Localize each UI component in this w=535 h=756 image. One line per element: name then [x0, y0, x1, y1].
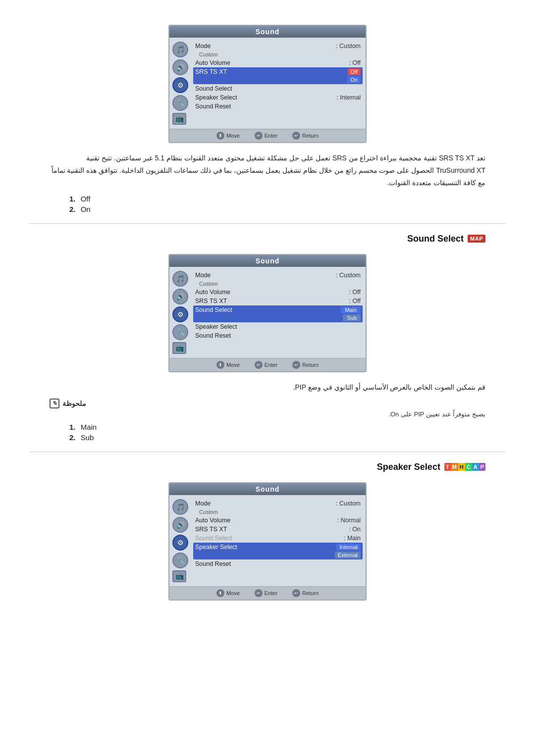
sound-opt1-label: Main — [81, 423, 97, 431]
srs2-value: : Off — [349, 298, 361, 304]
tv-menu-1-sidebar: 🎵 🔊 ⚙ 🔧 📺 — [172, 42, 188, 125]
menu-row-srs: SRS TS XT Off On — [193, 67, 363, 84]
footer-move-1: ⬆ Move — [216, 132, 240, 140]
sidebar-icon-3: ⚙ — [172, 77, 188, 93]
autovolume2-value: : Off — [349, 289, 361, 296]
note-title: ملحوظة ✎ — [50, 399, 485, 408]
menu2-row-soundselect: Sound Select Main Sub — [193, 305, 363, 322]
return-label-1: Return — [302, 133, 319, 139]
move-label-3: Move — [226, 590, 240, 596]
tv-menu-2-footer: ⬆ Move ↵ Enter ↩ Return — [169, 358, 366, 371]
menu3-row-soundreset: Sound Reset — [193, 559, 363, 568]
mode-value: : Custom — [336, 43, 361, 50]
return-label-3: Return — [302, 590, 319, 596]
note-text: يصبح متوفراً عند تعيين PIP على On. — [50, 410, 485, 418]
speakerselect1-value: : Internal — [336, 94, 361, 101]
soundselect1-label: Sound Select — [195, 85, 232, 92]
mode3-label: Mode — [195, 500, 211, 507]
footer-move-2: ⬆ Move — [216, 361, 240, 369]
menu-row-mode: Mode : Custom — [193, 42, 363, 50]
divider-2 — [30, 452, 505, 452]
speaker-select-heading: Speaker Select T M H C A P — [30, 462, 485, 472]
enter-label-1: Enter — [265, 133, 277, 139]
menu-row-soundreset-1: Sound Reset — [193, 102, 363, 111]
soundselect2-options: Main Sub — [341, 306, 361, 321]
sound-option-1: 1. Main — [69, 423, 466, 431]
sidebar2-icon-4: 🔧 — [172, 324, 188, 340]
sound-select-arabic-paragraph: قم بتمكين الصوت الخاص بالعرض الأساسي أو … — [50, 381, 485, 394]
footer-return-1: ↩ Return — [292, 132, 319, 140]
speakerselect3-options: Internal External — [335, 544, 361, 558]
sidebar2-icon-2: 🔊 — [172, 289, 188, 304]
tv-menu-2-body: 🎵 🔊 ⚙ 🔧 📺 Mode : Custom Custom — [169, 267, 366, 358]
autovolume3-value: : Normal — [337, 517, 361, 524]
autovolume-value: : Off — [349, 59, 361, 66]
sidebar-icon-4: 🔧 — [172, 95, 188, 111]
mode2-label: Mode — [195, 272, 211, 279]
custom2-label: Custom — [199, 281, 218, 287]
srs2-label: SRS TS XT — [195, 298, 227, 304]
footer-return-3: ↩ Return — [292, 589, 319, 597]
sidebar2-icon-5: 📺 — [172, 342, 186, 354]
soundselect2-label: Sound Select — [195, 306, 232, 321]
sidebar-icon-1: 🎵 — [172, 42, 188, 57]
footer-enter-2: ↵ Enter — [255, 361, 277, 369]
tv-menu-1-items: Mode : Custom Custom Auto Volume : Off S… — [193, 42, 363, 125]
sound-select-arabic: قم بتمكين الصوت الخاص بالعرض الأساسي أو … — [30, 381, 505, 394]
footer-enter-1: ↵ Enter — [255, 132, 277, 140]
tv-menu-3-items: Mode : Custom Custom Auto Volume : Norma… — [193, 499, 363, 582]
move-icon-1: ⬆ — [216, 132, 224, 140]
soundreset2-label: Sound Reset — [195, 332, 231, 339]
tv-menu-2-items: Mode : Custom Custom Auto Volume : Off S… — [193, 271, 363, 354]
srs-off-value: Off — [348, 68, 361, 75]
menu2-row-autovolume: Auto Volume : Off — [193, 288, 363, 297]
sidebar3-icon-4: 🔧 — [172, 553, 188, 568]
sidebar3-icon-3: ⚙ — [172, 535, 188, 551]
badge-p: P — [479, 463, 485, 471]
mode-label: Mode — [195, 43, 211, 50]
enter-icon-1: ↵ — [255, 132, 263, 140]
sidebar3-icon-2: 🔊 — [172, 517, 188, 533]
menu3-row-srs: SRS TS XT : On — [193, 525, 363, 534]
page-wrapper: Sound 🎵 🔊 ⚙ 🔧 📺 Mode : Custom — [0, 0, 535, 624]
sound-select-heading: Sound Select MAP — [30, 234, 485, 244]
speakerselect2-label: Speaker Select — [195, 323, 237, 330]
sound-select-heading-label: Sound Select — [407, 234, 464, 244]
footer-enter-3: ↵ Enter — [255, 589, 277, 597]
srs-label: SRS TS XT — [195, 68, 227, 83]
move-icon-3: ⬆ — [216, 589, 224, 597]
sound-sub-option: Sub — [343, 314, 361, 321]
badge-t: T — [444, 463, 451, 471]
srs-values: Off On — [347, 68, 361, 83]
tv-menu-1: Sound 🎵 🔊 ⚙ 🔧 📺 Mode : Custom — [168, 25, 367, 143]
srs-on-value: On — [347, 76, 361, 83]
mode3-value: : Custom — [336, 500, 361, 507]
menu2-row-custom: Custom — [193, 280, 363, 288]
note-box: ملحوظة ✎ يصبح متوفراً عند تعيين PIP على … — [50, 399, 485, 418]
badge-c: C — [465, 463, 472, 471]
tv-menu-1-footer: ⬆ Move ↵ Enter ↩ Return — [169, 129, 366, 142]
soundreset1-label: Sound Reset — [195, 103, 231, 110]
tv-menu-2-title: Sound — [169, 255, 366, 267]
sound-select-option-list: 1. Main 2. Sub — [30, 423, 505, 442]
sidebar-icon-2: 🔊 — [172, 59, 188, 75]
note-icon: ✎ — [50, 399, 59, 408]
sidebar3-icon-5: 📺 — [172, 570, 186, 582]
sidebar3-icon-1: 🎵 — [172, 499, 188, 515]
enter-icon-2: ↵ — [255, 361, 263, 369]
custom3-label: Custom — [199, 509, 218, 515]
tv-menu-3-body: 🎵 🔊 ⚙ 🔧 📺 Mode : Custom Custom — [169, 495, 366, 586]
soundselect3-value: : Main — [344, 535, 361, 542]
tv-menu-3-title: Sound — [169, 483, 366, 495]
tv-menu-2-sidebar: 🎵 🔊 ⚙ 🔧 📺 — [172, 271, 188, 354]
section-srs-ts-xt: Sound 🎵 🔊 ⚙ 🔧 📺 Mode : Custom — [30, 25, 505, 213]
srs-opt2-num: 2. — [69, 205, 76, 213]
speaker-internal-option: Internal — [336, 544, 361, 551]
menu2-row-soundreset: Sound Reset — [193, 331, 363, 340]
srs-arabic-paragraph: تعد SRS TS XT تقنية محجمية ببراءة اختراع… — [50, 152, 485, 190]
menu-row-soundselect-1: Sound Select — [193, 84, 363, 93]
srs3-label: SRS TS XT — [195, 526, 227, 533]
divider-1 — [30, 223, 505, 224]
soundselect3-label: Sound Select — [195, 535, 232, 542]
map-badge: MAP — [468, 235, 485, 243]
